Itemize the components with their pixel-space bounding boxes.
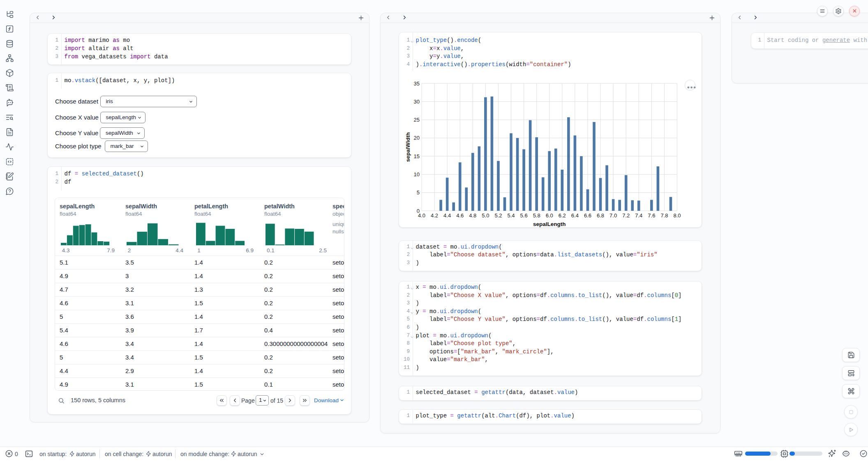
svg-text:5.4: 5.4 (507, 212, 515, 219)
svg-text:4.4: 4.4 (443, 212, 451, 219)
svg-text:4.8: 4.8 (469, 212, 476, 219)
svg-text:0: 0 (417, 208, 420, 214)
svg-text:7.0: 7.0 (609, 212, 617, 219)
svg-text:5: 5 (417, 189, 420, 196)
svg-text:25: 25 (414, 117, 420, 123)
svg-text:6.2: 6.2 (559, 212, 566, 219)
svg-text:5.6: 5.6 (520, 212, 528, 219)
svg-text:8.0: 8.0 (673, 212, 681, 219)
svg-text:20: 20 (414, 135, 420, 141)
svg-text:sepalWidth: sepalWidth (405, 132, 411, 162)
svg-text:6.0: 6.0 (546, 212, 553, 219)
svg-text:4.2: 4.2 (431, 212, 438, 219)
svg-text:5.0: 5.0 (482, 212, 489, 219)
svg-text:5.8: 5.8 (533, 212, 540, 219)
svg-text:35: 35 (414, 81, 420, 87)
svg-text:7.6: 7.6 (648, 212, 655, 219)
svg-text:15: 15 (414, 153, 420, 159)
svg-text:7.2: 7.2 (622, 212, 630, 219)
svg-text:6.6: 6.6 (584, 212, 591, 219)
svg-text:sepalLength: sepalLength (533, 221, 566, 227)
svg-text:5.2: 5.2 (494, 212, 502, 219)
svg-text:6.8: 6.8 (597, 212, 604, 219)
svg-text:4.6: 4.6 (456, 212, 464, 219)
svg-text:30: 30 (414, 99, 420, 105)
svg-text:10: 10 (414, 171, 420, 177)
svg-text:7.4: 7.4 (635, 212, 642, 219)
svg-text:7.8: 7.8 (660, 212, 668, 219)
svg-text:6.4: 6.4 (571, 212, 579, 219)
